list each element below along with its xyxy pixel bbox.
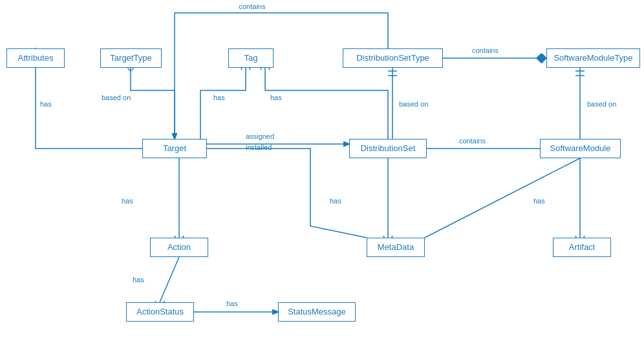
has-actionstatus-label: has — [133, 276, 144, 284]
box-action: Action — [150, 238, 208, 257]
box-metadata: MetaData — [367, 238, 425, 257]
box-targettype: TargetType — [100, 48, 162, 68]
box-tag: Tag — [228, 48, 274, 68]
has-tag-right-label: has — [270, 94, 282, 101]
contains-top-line — [175, 13, 388, 139]
has-metadata-label: has — [330, 197, 341, 205]
tag-right-has-line — [265, 68, 388, 139]
attributes-has-line — [36, 58, 142, 149]
has-artifact-label: has — [533, 197, 545, 205]
has-statusmsg-label: has — [226, 300, 238, 307]
tag-left-has-line — [200, 68, 246, 139]
action-actionstatus-line — [160, 257, 179, 302]
contains-dst-smt-label: contains — [472, 46, 499, 54]
based-on-smt-label: based on — [587, 100, 616, 108]
box-softwaremoduletype: SoftwareModuleType — [546, 48, 640, 68]
box-artifact: Artifact — [553, 238, 611, 257]
based-on-dst-label: based on — [399, 100, 428, 108]
contains-top-label: contains — [239, 3, 266, 10]
box-distributionset: DistributionSet — [349, 139, 427, 158]
box-softwaremodule: SoftwareModule — [540, 139, 621, 158]
contains-ds-sm-label: contains — [459, 137, 486, 145]
sm-metadata-line — [425, 158, 580, 238]
target-metadata-line — [207, 149, 367, 238]
based-on-targettype-label: based on — [102, 94, 131, 101]
box-statusmessage: StatusMessage — [278, 302, 356, 322]
installed-label: installed — [246, 143, 272, 151]
box-distributionsettype: DistributionSetType — [343, 48, 443, 68]
box-actionstatus: ActionStatus — [126, 302, 194, 322]
assigned-label: assigned — [246, 132, 274, 140]
has-action-label: has — [122, 197, 133, 205]
box-attributes: Attributes — [6, 48, 65, 68]
targettype-target-line — [131, 68, 175, 139]
box-target: Target — [142, 139, 207, 158]
has-attributes-label: has — [40, 100, 52, 108]
has-tag-left-label: has — [213, 94, 225, 101]
